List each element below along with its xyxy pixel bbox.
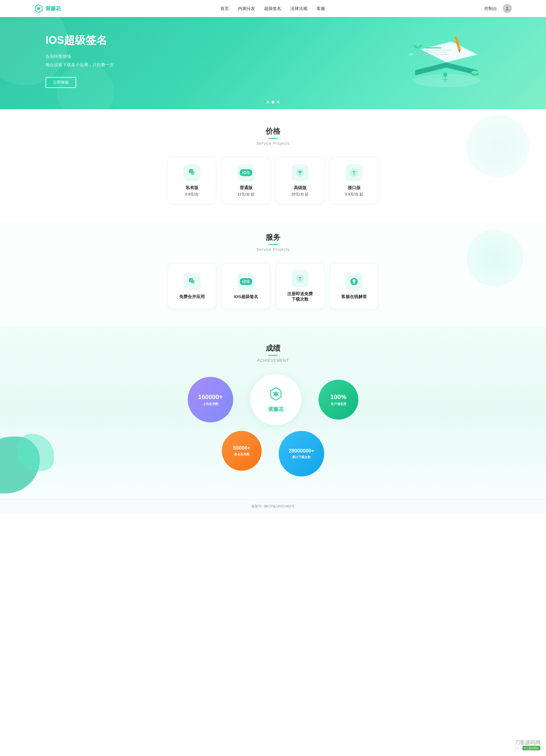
ach-center-name: 紫藤花 bbox=[268, 406, 284, 413]
achievement-section: 成绩 ACHIEVEMENT 160000+ 上传应用数 bbox=[0, 326, 546, 499]
nav-item-support[interactable]: 客服 bbox=[317, 6, 325, 11]
service-card-merge[interactable]: 免费合并应用 bbox=[168, 263, 216, 309]
svg-rect-11 bbox=[426, 50, 452, 51]
achievement-circle-uploads: 160000+ 上传应用数 bbox=[188, 377, 233, 422]
svg-point-5 bbox=[506, 7, 508, 9]
nav-right: 控制台 bbox=[484, 4, 512, 13]
achievement-content: 160000+ 上传应用数 紫藤花 100% bbox=[34, 374, 512, 476]
hero-illustration bbox=[392, 28, 501, 92]
ach-num-signed: 50000+ bbox=[233, 445, 251, 451]
hero-subtitle-line1: 告别掉签烦恼 bbox=[45, 52, 114, 61]
nav-item-law[interactable]: 法律法规 bbox=[290, 6, 307, 11]
price-card-private-icon bbox=[183, 164, 200, 181]
service-cards-grid: 免费合并应用 iOS IOS超级签名 注册即送免费 下载次数 bbox=[34, 263, 512, 309]
nav-item-supersign[interactable]: 超级签名 bbox=[264, 6, 281, 11]
service-card-merge-name: 免费合并应用 bbox=[179, 294, 205, 299]
service-card-merge-icon bbox=[183, 273, 200, 290]
footer-icp: 备案号: 湘ICP备16001962号 bbox=[251, 504, 295, 508]
price-card-normal-price: 12元/台 起 bbox=[237, 192, 255, 197]
svg-point-16 bbox=[443, 73, 447, 77]
price-card-api-icon bbox=[346, 164, 363, 181]
price-card-api-price: 0.9元/台 起 bbox=[345, 192, 363, 197]
svg-rect-10 bbox=[426, 47, 441, 49]
achievement-top-row: 160000+ 上传应用数 紫藤花 100% bbox=[188, 374, 358, 425]
service-card-register-name: 注册即送免费 下载次数 bbox=[287, 291, 313, 302]
price-card-private-price: 0.9元/台 bbox=[185, 192, 199, 197]
price-card-api-name: 接口版 bbox=[348, 185, 361, 191]
achievement-circle-downloads: 28000000+ 累计下载次数 bbox=[279, 431, 324, 476]
service-card-register[interactable]: 注册即送免费 下载次数 bbox=[276, 263, 324, 309]
ach-label-signed: 签名应用数 bbox=[234, 452, 250, 457]
price-card-api[interactable]: 接口版 0.9元/台 起 bbox=[330, 157, 378, 204]
service-card-ios[interactable]: iOS IOS超级签名 bbox=[222, 263, 270, 309]
hero-illustration-svg bbox=[392, 28, 501, 91]
nav-item-beta[interactable]: 内测分发 bbox=[238, 6, 255, 11]
navbar: 紫藤花 首页 内测分发 超级签名 法律法规 客服 控制台 bbox=[0, 0, 546, 17]
service-card-support-icon bbox=[346, 273, 363, 290]
service-card-support[interactable]: 客服在线解答 bbox=[330, 263, 378, 309]
nav-links: 首页 内测分发 超级签名 法律法规 客服 bbox=[220, 6, 325, 11]
service-ios-badge: iOS bbox=[240, 278, 252, 285]
svg-point-21 bbox=[471, 71, 479, 74]
achievement-divider bbox=[268, 355, 278, 356]
price-card-private-name: 私有版 bbox=[186, 185, 198, 191]
ach-label-uploads: 上传应用数 bbox=[203, 402, 218, 406]
price-card-normal[interactable]: iOS 普通版 12元/台 起 bbox=[222, 157, 270, 204]
svg-rect-13 bbox=[426, 54, 449, 55]
price-card-advanced[interactable]: 高级版 20元/台 起 bbox=[276, 157, 324, 204]
nav-logo[interactable]: 紫藤花 bbox=[34, 4, 61, 13]
price-title-zh: 价格 bbox=[34, 126, 512, 136]
hero-title: IOS超级签名 bbox=[45, 33, 114, 47]
svg-rect-27 bbox=[191, 171, 195, 175]
price-section: 价格 Service Projects 私有版 0.9元/台 iOS 普通版 1… bbox=[0, 109, 546, 221]
service-card-ios-name: IOS超级签名 bbox=[234, 294, 258, 299]
service-divider bbox=[268, 244, 278, 245]
service-section: 服务 Service Projects 免费合并应用 iOS IOS超级签名 bbox=[0, 221, 546, 326]
hero-cta-button[interactable]: 立即体验 bbox=[45, 77, 76, 88]
ach-label-downloads: 累计下载次数 bbox=[292, 455, 311, 459]
achievement-circle-signed: 50000+ 签名应用数 bbox=[222, 431, 262, 471]
service-card-support-name: 客服在线解答 bbox=[341, 294, 367, 299]
service-title-zh: 服务 bbox=[34, 232, 512, 242]
hero-dot-2[interactable] bbox=[272, 101, 274, 104]
price-divider bbox=[268, 138, 278, 139]
hero-subtitle-line2: 每台设备下载多个应用，只扣费一次 bbox=[45, 61, 114, 69]
price-title-en: Service Projects bbox=[34, 141, 512, 146]
achievement-center-logo: 紫藤花 bbox=[250, 374, 301, 425]
footer: 备案号: 湘ICP备16001962号 bbox=[0, 499, 546, 513]
ach-label-satisfaction: 客户满意度 bbox=[331, 402, 346, 406]
ios-badge: iOS bbox=[240, 169, 252, 176]
hero-section: IOS超级签名 告别掉签烦恼 每台设备下载多个应用，只扣费一次 立即体验 bbox=[0, 17, 546, 109]
hero-subtitle: 告别掉签烦恼 每台设备下载多个应用，只扣费一次 bbox=[45, 52, 114, 69]
svg-rect-12 bbox=[426, 52, 446, 53]
hero-dot-3[interactable] bbox=[277, 101, 280, 104]
svg-point-34 bbox=[354, 283, 355, 284]
achievement-title-en: ACHIEVEMENT bbox=[34, 358, 512, 363]
hero-dots bbox=[266, 101, 280, 104]
achievement-circle-satisfaction: 100% 客户满意度 bbox=[319, 380, 358, 420]
price-card-private[interactable]: 私有版 0.9元/台 bbox=[168, 157, 216, 204]
achievement-header: 成绩 ACHIEVEMENT bbox=[34, 343, 512, 363]
nav-avatar[interactable] bbox=[503, 4, 512, 13]
ach-num-satisfaction: 100% bbox=[330, 393, 346, 401]
hero-content: IOS超级签名 告别掉签烦恼 每台设备下载多个应用，只扣费一次 立即体验 bbox=[45, 33, 114, 88]
service-section-header: 服务 Service Projects bbox=[34, 232, 512, 252]
logo-icon bbox=[34, 4, 43, 13]
nav-item-home[interactable]: 首页 bbox=[220, 6, 229, 11]
ach-num-downloads: 28000000+ bbox=[289, 448, 315, 454]
achievement-title-zh: 成绩 bbox=[34, 343, 512, 353]
price-card-normal-icon: iOS bbox=[237, 164, 255, 181]
hero-dot-1[interactable] bbox=[266, 101, 269, 104]
service-title-en: Service Projects bbox=[34, 247, 512, 252]
price-card-normal-name: 普通版 bbox=[240, 185, 253, 191]
ach-num-uploads: 160000+ bbox=[198, 393, 223, 401]
nav-control-button[interactable]: 控制台 bbox=[484, 6, 497, 11]
service-card-ios-icon: iOS bbox=[237, 273, 255, 290]
price-card-advanced-price: 20元/台 起 bbox=[291, 192, 309, 197]
price-section-header: 价格 Service Projects bbox=[34, 126, 512, 146]
price-card-advanced-icon bbox=[291, 164, 309, 181]
service-card-register-icon bbox=[291, 270, 309, 287]
svg-rect-31 bbox=[191, 280, 195, 284]
price-card-advanced-name: 高级版 bbox=[294, 185, 307, 191]
price-cards-grid: 私有版 0.9元/台 iOS 普通版 12元/台 起 高级版 20元/台 起 bbox=[34, 157, 512, 204]
